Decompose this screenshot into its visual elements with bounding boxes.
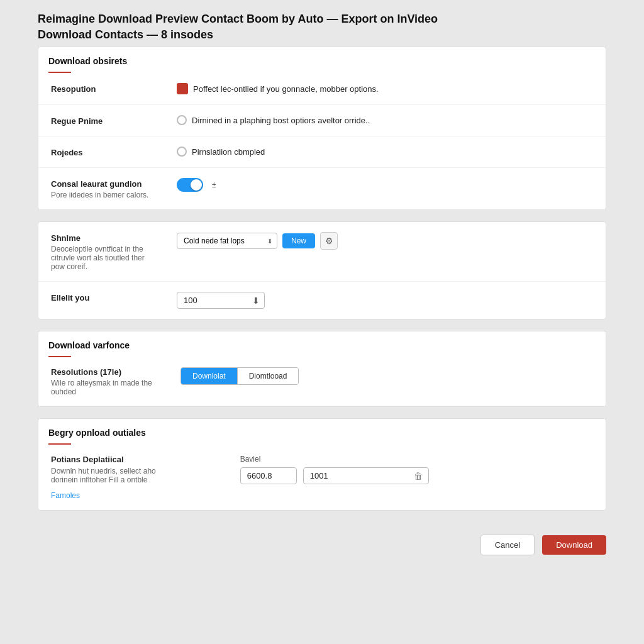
section-shnlme: Shnlme Deoceloptlle ovntficat in the cit… xyxy=(38,221,606,319)
row-regue-pnime: Regue Pnime Dirnined in a plaphing bost … xyxy=(38,105,606,136)
select-shnlme[interactable]: Cold nede fat lops xyxy=(177,233,277,249)
page-title: Reimagine Download Preview Contact Boom … xyxy=(38,0,606,47)
radio-regue-pnime[interactable] xyxy=(177,115,187,125)
tab-downlolat[interactable]: Downlolat xyxy=(181,368,238,384)
section4-content: Resolutions (17le) Wile ro alteysmak in … xyxy=(38,357,606,406)
options-header: Potians Deplatiical xyxy=(51,455,228,464)
section1-header: Download obsirets xyxy=(38,47,606,70)
options-input2[interactable] xyxy=(303,467,429,484)
ellelit-input[interactable] xyxy=(177,292,265,309)
options-link[interactable]: Famoles xyxy=(51,491,80,500)
options-table: Potians Deplatiical Downln hut nuedrls, … xyxy=(38,445,606,510)
section-download-obsirets: Download obsirets Resopution Poffect lec… xyxy=(38,47,606,210)
toggle-label: ± xyxy=(212,180,216,189)
label-regue-pnime: Regue Pnime xyxy=(51,115,177,126)
toggle-consal[interactable] xyxy=(177,178,203,192)
control-regue-pnime: Dirnined in a plaphing bost optiors avel… xyxy=(177,115,593,125)
resolutions-row: Resolutions (17le) Wile ro alteysmak in … xyxy=(38,357,606,406)
control-resopution: Poffect lec-ontlied if you gonnacle, mob… xyxy=(177,83,593,94)
radio-rojedes[interactable] xyxy=(177,147,187,157)
select-wrapper-shnlme: Cold nede fat lops xyxy=(177,233,277,249)
options-input1[interactable] xyxy=(240,467,297,484)
options-left: Potians Deplatiical Downln hut nuedrls, … xyxy=(51,455,228,500)
row-ellelit: Ellelit you ⬇ xyxy=(38,282,606,319)
label-resopution: Resopution xyxy=(51,83,177,94)
tab-group-resolutions: Downlolat Diomtlooad xyxy=(180,367,299,385)
page-wrapper: Reimagine Download Preview Contact Boom … xyxy=(0,0,644,644)
tab-group: Downlolat Diomtlooad xyxy=(180,367,299,385)
section1-content: Resopution Poffect lec-ontlied if you go… xyxy=(38,73,606,209)
rojedes-text: Pirnslatiion cbmpled xyxy=(192,147,265,157)
number-input-wrapper: ⬇ xyxy=(177,292,265,309)
control-shnlme: Cold nede fat lops New ⚙ xyxy=(177,232,593,250)
label-ellelit: Ellelit you xyxy=(51,292,177,303)
section5-header: Begry opnload outiales xyxy=(38,419,606,441)
options-inputs: 🗑 xyxy=(240,467,593,484)
row-resopution: Resopution Poffect lec-ontlied if you go… xyxy=(38,73,606,105)
section-begry: Begry opnload outiales Potians Deplatiic… xyxy=(38,418,606,511)
tab-diomtlooad[interactable]: Diomtlooad xyxy=(238,368,299,384)
resolutions-label-col: Resolutions (17le) Wile ro alteysmak in … xyxy=(51,367,177,396)
baviel-label: Baviel xyxy=(240,455,593,464)
row-shnlme: Shnlme Deoceloptlle ovntficat in the cit… xyxy=(38,222,606,282)
regue-pnime-text: Dirnined in a plaphing bost optiors avel… xyxy=(192,116,370,125)
options-right: Baviel 🗑 xyxy=(240,455,593,484)
resolutions-sub: Wile ro alteysmak in made the ouhded xyxy=(51,379,177,396)
section-download-varfonce: Download varfonce Resolutions (17le) Wil… xyxy=(38,331,606,407)
download-button[interactable]: Download xyxy=(542,535,606,555)
label-consal: Consal leaurat gundion Pore iidedes in b… xyxy=(51,178,177,199)
input-with-icon-wrapper: 🗑 xyxy=(303,467,429,484)
label-shnlme: Shnlme Deoceloptlle ovntficat in the cit… xyxy=(51,232,177,271)
settings-icon-btn[interactable]: ⚙ xyxy=(320,232,338,250)
cancel-button[interactable]: Cancel xyxy=(480,535,535,555)
control-consal: ± xyxy=(177,178,593,192)
options-sub: Downln hut nuedrls, sellect aho dorinein… xyxy=(51,467,228,484)
row-rojedes: Rojedes Pirnslatiion cbmpled xyxy=(38,136,606,168)
red-square-icon[interactable] xyxy=(177,83,188,94)
btn-new[interactable]: New xyxy=(282,233,315,248)
footer: Cancel Download xyxy=(38,522,606,555)
options-table-inner: Potians Deplatiical Downln hut nuedrls, … xyxy=(51,455,593,500)
control-rojedes: Pirnslatiion cbmpled xyxy=(177,147,593,157)
control-ellelit: ⬇ xyxy=(177,292,593,309)
resolutions-label: Resolutions (17le) xyxy=(51,367,177,377)
section4-header: Download varfonce xyxy=(38,331,606,354)
resopution-text: Poffect lec-ontlied if you gonnacle, mob… xyxy=(193,84,379,94)
section-shnlme-content: Shnlme Deoceloptlle ovntficat in the cit… xyxy=(38,222,606,319)
toggle-knob xyxy=(191,179,202,191)
section5-content: Potians Deplatiical Downln hut nuedrls, … xyxy=(38,445,606,510)
label-rojedes: Rojedes xyxy=(51,147,177,157)
row-consal: Consal leaurat gundion Pore iidedes in b… xyxy=(38,168,606,209)
